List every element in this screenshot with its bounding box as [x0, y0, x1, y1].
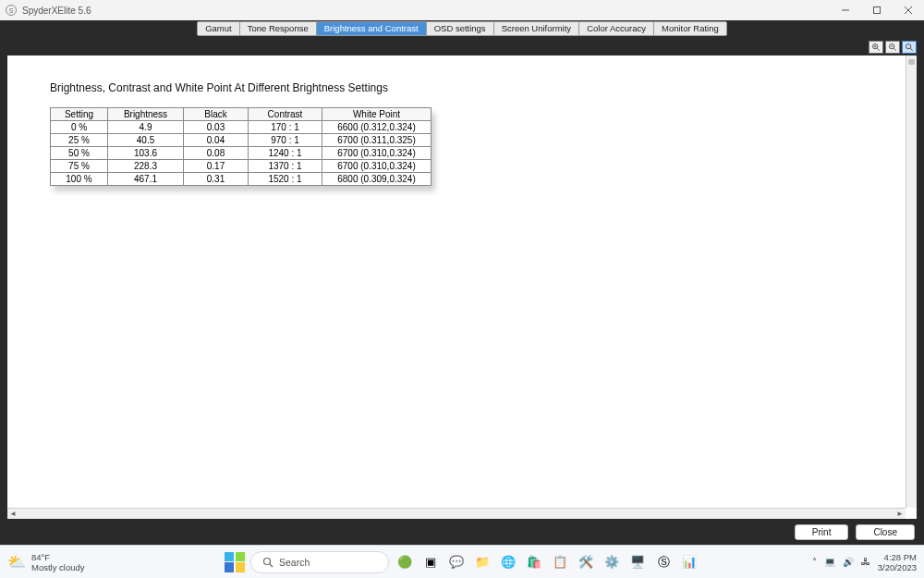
table-cell: 103.6 — [108, 147, 184, 160]
app-icon: S — [6, 5, 17, 16]
table-row: 100 %467.10.311520 : 16800 (0.309,0.324) — [51, 173, 432, 186]
taskbar: ⛅ 84°F Mostly cloudy Search 🟢 ▣ 💬 📁 🌐 🛍️… — [0, 545, 924, 578]
svg-line-12 — [910, 48, 913, 51]
page-heading: Brightness, Contrast and White Point At … — [50, 81, 874, 94]
zoom-out-icon — [888, 43, 897, 52]
zoom-controls — [869, 41, 917, 54]
tab-strip: GamutTone ResponseBrightness and Contras… — [0, 20, 924, 35]
table-row: 75 %228.30.171370 : 16700 (0.310,0.324) — [51, 160, 432, 173]
table-cell: 6800 (0.309,0.324) — [322, 173, 432, 186]
window-controls — [830, 0, 924, 20]
table-cell: 0.03 — [184, 121, 249, 134]
table-cell: 50 % — [51, 147, 108, 160]
column-header: White Point — [322, 108, 432, 121]
settings-icon[interactable]: ⚙️ — [602, 552, 622, 572]
table-cell: 6600 (0.312,0.324) — [322, 121, 432, 134]
tab-gamut[interactable]: Gamut — [198, 22, 240, 35]
clock-date: 3/20/2023 — [878, 562, 917, 572]
tab-screen-uniformity[interactable]: Screen Uniformity — [494, 22, 580, 35]
tab-tone-response[interactable]: Tone Response — [240, 22, 317, 35]
table-cell: 6700 (0.311,0.325) — [322, 134, 432, 147]
horizontal-scrollbar[interactable]: ◄ ► — [7, 508, 906, 519]
taskbar-clock[interactable]: 4:28 PM 3/20/2023 — [878, 552, 917, 572]
weather-icon: ⛅ — [7, 553, 26, 571]
table-cell: 0.31 — [184, 173, 249, 186]
table-cell: 25 % — [51, 134, 108, 147]
table-cell: 6700 (0.310,0.324) — [322, 147, 432, 160]
svg-rect-1 — [874, 7, 881, 14]
tab-color-accuracy[interactable]: Color Accuracy — [579, 22, 654, 35]
table-cell: 1520 : 1 — [249, 173, 322, 186]
app-icon-2[interactable]: 🖥️ — [627, 552, 648, 572]
taskbar-search[interactable]: Search — [250, 551, 389, 573]
table-cell: 170 : 1 — [249, 121, 322, 134]
table-cell: 4.9 — [108, 121, 184, 134]
minimize-button[interactable] — [830, 0, 861, 20]
content-page: Brightness, Contrast and White Point At … — [7, 55, 917, 519]
battery-icon[interactable]: 💻 — [824, 557, 835, 567]
table-cell: 228.3 — [108, 160, 184, 173]
tab-brightness-and-contrast[interactable]: Brightness and Contrast — [317, 22, 427, 35]
edge-icon[interactable]: 🌐 — [498, 552, 518, 572]
content-wrap: Brightness, Contrast and White Point At … — [7, 55, 917, 519]
store-icon[interactable]: 🛍️ — [524, 552, 544, 572]
app-chrome: GamutTone ResponseBrightness and Contras… — [0, 20, 924, 545]
zoom-out-button[interactable] — [885, 41, 900, 54]
svg-point-11 — [906, 44, 911, 49]
table-cell: 75 % — [51, 160, 108, 173]
file-explorer-icon[interactable]: 📁 — [472, 552, 492, 572]
svg-point-13 — [264, 558, 271, 564]
scroll-left-arrow-icon[interactable]: ◄ — [7, 510, 18, 518]
chat-icon[interactable]: 💬 — [446, 552, 467, 572]
app-icon-1[interactable]: 🛠️ — [576, 552, 596, 572]
vertical-scrollbar[interactable] — [906, 55, 917, 508]
table-cell: 6700 (0.310,0.324) — [322, 160, 432, 173]
tray-overflow-icon[interactable]: ˄ — [812, 557, 817, 567]
window-titlebar: S SpyderXElite 5.6 — [0, 0, 924, 20]
app-icon-4[interactable]: 📊 — [679, 552, 699, 572]
close-window-button[interactable] — [893, 0, 924, 20]
table-cell: 0.08 — [184, 147, 249, 160]
table-cell: 467.1 — [108, 173, 184, 186]
table-row: 0 %4.90.03170 : 16600 (0.312,0.324) — [51, 121, 432, 134]
task-view-icon[interactable]: ▣ — [420, 552, 441, 572]
table-row: 50 %103.60.081240 : 16700 (0.310,0.324) — [51, 147, 432, 160]
table-cell: 40.5 — [108, 134, 184, 147]
table-cell: 0 % — [51, 121, 108, 134]
print-button[interactable]: Print — [795, 524, 849, 540]
zoom-in-icon — [871, 43, 881, 52]
minimize-icon — [841, 6, 850, 15]
volume-icon[interactable]: 🔊 — [843, 557, 854, 567]
svg-line-5 — [877, 48, 880, 51]
weather-widget[interactable]: ⛅ 84°F Mostly cloudy — [7, 552, 85, 572]
close-button[interactable]: Close — [856, 524, 915, 540]
table-cell: 970 : 1 — [249, 134, 322, 147]
tab-osd-settings[interactable]: OSD settings — [427, 22, 494, 35]
tab-monitor-rating[interactable]: Monitor Rating — [654, 22, 726, 35]
svg-line-14 — [270, 564, 273, 567]
column-header: Setting — [51, 108, 108, 121]
table-cell: 0.04 — [184, 134, 249, 147]
table-cell: 100 % — [51, 173, 108, 186]
close-icon — [904, 6, 913, 15]
brightness-table: SettingBrightnessBlackContrastWhite Poin… — [50, 107, 432, 186]
system-tray: ˄ 💻 🔊 🖧 4:28 PM 3/20/2023 — [812, 552, 917, 572]
maximize-button[interactable] — [861, 0, 893, 20]
office-icon[interactable]: 📋 — [550, 552, 570, 572]
network-icon[interactable]: 🖧 — [861, 557, 870, 567]
scroll-right-arrow-icon[interactable]: ► — [894, 510, 906, 518]
column-header: Black — [184, 108, 249, 121]
search-placeholder: Search — [279, 557, 310, 568]
taskbar-app-icon[interactable]: 🟢 — [395, 552, 415, 572]
column-header: Contrast — [249, 108, 322, 121]
maximize-icon — [872, 6, 881, 15]
column-header: Brightness — [108, 108, 184, 121]
clock-time: 4:28 PM — [878, 552, 917, 562]
zoom-fit-icon — [905, 43, 914, 52]
start-button[interactable] — [225, 552, 245, 572]
table-cell: 1240 : 1 — [249, 147, 322, 160]
zoom-in-button[interactable] — [869, 41, 883, 54]
svg-line-9 — [894, 48, 896, 51]
app-icon-3[interactable]: Ⓢ — [653, 552, 674, 572]
zoom-fit-button[interactable] — [902, 41, 917, 54]
